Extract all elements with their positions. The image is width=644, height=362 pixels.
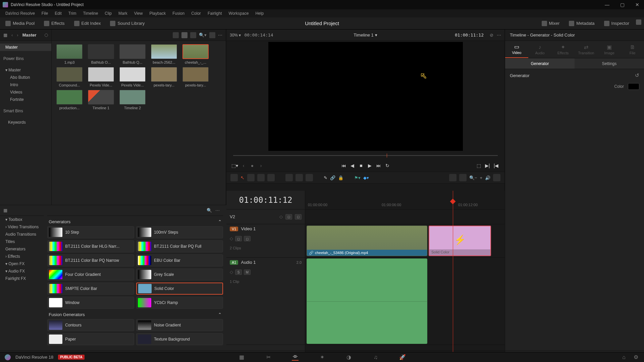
- track-header-v1[interactable]: V1 Video 1 ◇ ◻ ◻ 2 Clips: [226, 224, 305, 258]
- clip-solid-color[interactable]: ⚡ Solid Color: [429, 226, 491, 256]
- home-icon[interactable]: ⌂: [621, 354, 627, 361]
- nav-fwd-icon[interactable]: ›: [17, 33, 18, 38]
- clip-item[interactable]: Compound...: [55, 67, 84, 87]
- detail-zoom-icon[interactable]: [459, 174, 467, 181]
- clip-item[interactable]: Timeline 2: [118, 90, 147, 110]
- fx-item[interactable]: Four Color Gradient: [47, 268, 134, 281]
- disable-btn[interactable]: ◻: [244, 236, 251, 241]
- menu-item[interactable]: Fusion: [170, 10, 187, 16]
- auto-select-icon[interactable]: ◇: [279, 214, 283, 219]
- menu-item[interactable]: Playback: [147, 10, 168, 16]
- clip-item[interactable]: production...: [55, 90, 84, 110]
- timeline-view-icon[interactable]: [230, 174, 238, 181]
- bin-item[interactable]: ▾ Master: [0, 66, 51, 74]
- color-swatch[interactable]: [628, 83, 639, 90]
- clip-item[interactable]: Bathtub O...: [87, 44, 115, 64]
- timeline-ruler[interactable]: 01:00:00:00 01:00:06:00 01:00:12:00: [305, 191, 505, 209]
- lock-btn[interactable]: ◻: [235, 236, 242, 241]
- page-deliver-icon[interactable]: 🚀: [399, 354, 406, 361]
- fx-category-header[interactable]: Generators⌃: [47, 216, 223, 226]
- customize-icon[interactable]: [493, 174, 500, 181]
- fx-item-solid-color[interactable]: Solid Color: [136, 283, 223, 295]
- fx-tree-item[interactable]: Titles: [0, 238, 44, 245]
- trim-tool-icon[interactable]: [247, 174, 255, 181]
- fx-item[interactable]: EBU Color Bar: [136, 254, 223, 266]
- viewer-scrubber[interactable]: [233, 153, 498, 158]
- more-icon[interactable]: ⋯: [215, 208, 220, 213]
- replace-icon[interactable]: [306, 174, 313, 181]
- menu-item[interactable]: Mark: [116, 10, 130, 16]
- breadcrumb-name[interactable]: Master: [22, 33, 37, 38]
- clip-item[interactable]: Pexels Vide...: [118, 67, 147, 87]
- track-dest[interactable]: V1: [230, 227, 238, 231]
- gear-icon[interactable]: ⚙: [633, 354, 639, 361]
- zoom-fit-icon[interactable]: [449, 174, 457, 181]
- fx-tree-item[interactable]: Audio Transitions: [0, 231, 44, 238]
- tab-sound-library[interactable]: Sound Library: [107, 19, 147, 27]
- fx-tree-generators[interactable]: Generators: [0, 245, 44, 253]
- fx-item[interactable]: Window: [47, 297, 134, 309]
- rev-play-icon[interactable]: ◀: [350, 163, 356, 169]
- menu-item[interactable]: DaVinci Resolve: [3, 10, 38, 16]
- auto-select-icon[interactable]: ◇: [230, 236, 233, 241]
- bin-item[interactable]: Fortnite: [0, 96, 51, 103]
- fx-item[interactable]: Noise Gradient: [136, 319, 223, 331]
- clip-item[interactable]: Bathtub Q...: [118, 44, 147, 64]
- razor-icon[interactable]: [267, 174, 275, 181]
- fx-item[interactable]: YCbCr Ramp: [136, 297, 223, 309]
- fx-item[interactable]: SMPTE Color Bar: [47, 283, 134, 295]
- fx-tree-item[interactable]: Fairlight FX: [0, 275, 44, 282]
- fx-item[interactable]: BT.2111 Color Bar HLG Narr...: [47, 240, 134, 252]
- clip-dot-icon[interactable]: ●: [249, 163, 255, 169]
- more-icon[interactable]: ⋯: [497, 33, 501, 38]
- tab-media-pool[interactable]: Media Pool: [3, 19, 37, 27]
- timeline-tracks[interactable]: 01:00:00:00 01:00:06:00 01:00:12:00 🔗che…: [305, 191, 505, 352]
- viewer-timecode[interactable]: 01:00:11:12: [455, 33, 484, 38]
- last-frame-icon[interactable]: ⏭: [376, 163, 382, 169]
- page-color-icon[interactable]: ◑: [345, 354, 352, 361]
- clip-item[interactable]: beach-2562...: [150, 44, 178, 64]
- selection-tool-icon[interactable]: ↖: [240, 175, 245, 180]
- clip-item[interactable]: pexels-tary...: [150, 67, 178, 87]
- nav-back-icon[interactable]: ‹: [11, 33, 13, 38]
- go-next-icon[interactable]: ▶|: [484, 163, 490, 169]
- page-cut-icon[interactable]: ✂: [265, 354, 272, 361]
- fx-item[interactable]: BT.2111 Color Bar PQ Narrow: [47, 254, 134, 266]
- track-a1[interactable]: [305, 258, 505, 345]
- fx-item[interactable]: 10 Step: [47, 226, 134, 238]
- subtab-settings[interactable]: Settings: [575, 58, 644, 69]
- play-icon[interactable]: ▶: [367, 163, 373, 169]
- mute-btn[interactable]: M: [244, 269, 251, 275]
- view-metadata-icon[interactable]: [173, 32, 179, 38]
- menu-item[interactable]: Fairlight: [205, 10, 225, 16]
- page-fairlight-icon[interactable]: ♫: [372, 354, 379, 361]
- flag-icon[interactable]: ⚑▾: [354, 175, 361, 180]
- zoom-pct[interactable]: 30% ▾: [230, 33, 241, 38]
- playhead[interactable]: [453, 191, 453, 352]
- track-dest[interactable]: A1: [230, 260, 238, 265]
- fx-category-header[interactable]: Fusion Generators⌃: [47, 309, 223, 319]
- viewer-canvas[interactable]: [226, 41, 504, 152]
- clip-item[interactable]: pexels-tary...: [181, 67, 210, 87]
- clip-item[interactable]: cheetah_-_...: [181, 44, 210, 64]
- menu-item[interactable]: Help: [253, 10, 266, 16]
- menu-item[interactable]: Trim: [66, 10, 79, 16]
- track-header-v2[interactable]: V2 ◇ ◻ ◻: [226, 209, 305, 224]
- bin-item[interactable]: Intro: [0, 81, 51, 88]
- clip-item[interactable]: Timeline 1: [87, 90, 115, 110]
- menu-item[interactable]: File: [39, 10, 51, 16]
- fx-tree-openfx[interactable]: ▾ Open FX: [0, 260, 44, 267]
- retime-icon[interactable]: ✎: [324, 175, 327, 180]
- tab-mixer[interactable]: Mixer: [539, 19, 562, 27]
- clip-video[interactable]: 🔗cheetah_-_53486 (Original).mp4: [307, 226, 427, 256]
- track-header-a1[interactable]: A1 Audio 1 2.0 ◇ S M 1 Clip: [226, 258, 305, 345]
- track-v1[interactable]: 🔗cheetah_-_53486 (Original).mp4 ⚡ Solid …: [305, 224, 505, 258]
- page-edit-icon[interactable]: ⌯: [292, 354, 299, 361]
- menu-item[interactable]: Timeline: [80, 10, 101, 16]
- lock-icon[interactable]: 🔒: [338, 175, 343, 180]
- view-thumb-icon[interactable]: [181, 32, 187, 38]
- disable-btn[interactable]: ◻: [295, 214, 302, 220]
- inspector-tab-video[interactable]: ▭Video: [505, 41, 528, 58]
- fx-tree-item[interactable]: › Effects: [0, 253, 44, 260]
- prev-edit-icon[interactable]: ‹: [240, 163, 247, 169]
